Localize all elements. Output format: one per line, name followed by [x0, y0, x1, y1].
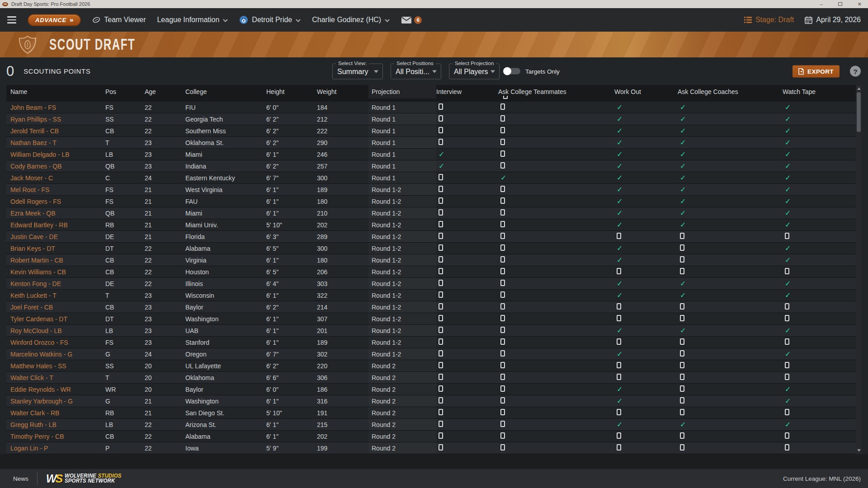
- help-button[interactable]: ?: [850, 66, 861, 77]
- interview-checkbox-unchecked[interactable]: [439, 362, 443, 368]
- column-header-weight[interactable]: Weight: [317, 88, 372, 95]
- tape-checked-icon[interactable]: ✓: [785, 116, 791, 123]
- interview-checkbox-unchecked[interactable]: [439, 385, 443, 392]
- workout-checked-icon[interactable]: ✓: [617, 210, 623, 217]
- coaches-checkbox-unchecked[interactable]: [680, 256, 684, 263]
- interview-checkbox-unchecked[interactable]: [439, 127, 443, 133]
- tape-checkbox-unchecked[interactable]: [785, 444, 789, 450]
- workout-checked-icon[interactable]: ✓: [617, 421, 623, 428]
- window-maximize-button[interactable]: [838, 2, 842, 6]
- teammates-checkbox-unchecked[interactable]: [500, 197, 505, 204]
- coaches-checked-icon[interactable]: ✓: [680, 104, 686, 111]
- workout-checked-icon[interactable]: ✓: [617, 139, 623, 146]
- workout-checked-icon[interactable]: ✓: [617, 257, 623, 264]
- tape-checked-icon[interactable]: ✓: [785, 292, 791, 299]
- tape-checkbox-unchecked[interactable]: [785, 315, 789, 321]
- interview-checkbox-unchecked[interactable]: [439, 233, 443, 239]
- player-name-link[interactable]: Odell Rogers - FS: [10, 198, 105, 205]
- player-name-link[interactable]: Logan Lin - P: [10, 445, 105, 452]
- table-row[interactable]: Joel Foret - CB CB 23 Baylor 6' 2" 214 R…: [6, 301, 862, 313]
- coaches-checked-icon[interactable]: ✓: [680, 116, 686, 123]
- coaches-checkbox-unchecked[interactable]: [680, 244, 684, 251]
- player-name-link[interactable]: Eddie Reynolds - WR: [10, 386, 105, 393]
- workout-checked-icon[interactable]: ✓: [617, 186, 623, 193]
- scroll-up-arrow-icon[interactable]: [857, 87, 861, 90]
- table-row[interactable]: Kevin Williams - CB CB 22 Houston 6' 5" …: [6, 266, 862, 278]
- player-name-link[interactable]: Walter Click - T: [10, 374, 105, 381]
- tape-checked-icon[interactable]: ✓: [785, 421, 791, 428]
- coaches-checked-icon[interactable]: ✓: [680, 221, 686, 229]
- teammates-checked-icon[interactable]: ✓: [500, 174, 506, 182]
- column-header-height[interactable]: Height: [266, 88, 317, 95]
- player-name-link[interactable]: William Delgado - LB: [10, 151, 105, 158]
- interview-checkbox-unchecked[interactable]: [439, 244, 443, 251]
- table-row[interactable]: Roy McCloud - LB LB 23 UAB 6' 1" 201 Rou…: [6, 325, 862, 337]
- projection-select[interactable]: Select Projection All Players: [449, 63, 500, 79]
- interview-checkbox-unchecked[interactable]: [439, 186, 443, 192]
- interview-checkbox-unchecked[interactable]: [439, 139, 443, 145]
- interview-checkbox-unchecked[interactable]: [439, 280, 443, 286]
- workout-checkbox-unchecked[interactable]: [617, 338, 621, 345]
- nav-team-viewer[interactable]: Team Viewer: [92, 16, 146, 24]
- player-name-link[interactable]: Mel Root - FS: [10, 186, 105, 193]
- interview-checkbox-unchecked[interactable]: [439, 409, 443, 415]
- tape-checked-icon[interactable]: ✓: [785, 386, 791, 393]
- teammates-checkbox-unchecked[interactable]: [500, 139, 505, 145]
- teammates-checkbox-unchecked[interactable]: [500, 291, 505, 298]
- table-row[interactable]: Mel Root - FS FS 21 West Virginia 6' 1" …: [6, 184, 862, 196]
- column-header-tape[interactable]: Watch Tape: [783, 88, 862, 95]
- table-row[interactable]: Logan Lin - P P 22 Iowa 5' 9" 199 Round …: [6, 442, 862, 454]
- coaches-checked-icon[interactable]: ✓: [680, 292, 686, 299]
- column-header-age[interactable]: Age: [145, 88, 185, 95]
- teammates-checkbox-unchecked[interactable]: [500, 350, 505, 357]
- player-name-link[interactable]: Kevin Williams - CB: [10, 268, 105, 276]
- tape-checked-icon[interactable]: ✓: [785, 163, 791, 170]
- teammates-checkbox-unchecked[interactable]: [500, 280, 505, 286]
- view-select[interactable]: Select View: Summary: [332, 63, 383, 79]
- table-row[interactable]: Jerold Terrill - CB CB 22 Southern Miss …: [6, 125, 862, 137]
- table-row[interactable]: Nathan Baez - T T 23 Oklahoma St. 6' 2" …: [6, 137, 862, 149]
- workout-checkbox-unchecked[interactable]: [617, 303, 621, 310]
- workout-checked-icon[interactable]: ✓: [617, 351, 623, 358]
- interview-checkbox-unchecked[interactable]: [439, 174, 443, 180]
- coaches-checked-icon[interactable]: ✓: [680, 139, 686, 146]
- interview-checkbox-unchecked[interactable]: [439, 291, 443, 298]
- workout-checked-icon[interactable]: ✓: [617, 221, 623, 229]
- teammates-checkbox-unchecked[interactable]: [500, 327, 505, 333]
- workout-checked-icon[interactable]: ✓: [617, 116, 623, 123]
- tape-checked-icon[interactable]: ✓: [785, 104, 791, 111]
- workout-checked-icon[interactable]: ✓: [617, 386, 623, 393]
- tape-checked-icon[interactable]: ✓: [785, 127, 791, 135]
- column-header-pos[interactable]: Pos: [105, 88, 145, 95]
- column-header-projection[interactable]: Projection: [368, 85, 436, 99]
- nav-league-information[interactable]: League Information: [157, 16, 228, 24]
- interview-checkbox-unchecked[interactable]: [439, 432, 443, 439]
- interview-checkbox-unchecked[interactable]: [439, 315, 443, 321]
- tape-checkbox-unchecked[interactable]: [785, 432, 789, 439]
- workout-checked-icon[interactable]: ✓: [617, 104, 623, 111]
- player-name-link[interactable]: Kenton Fong - DE: [10, 280, 105, 287]
- interview-checkbox-unchecked[interactable]: [439, 338, 443, 345]
- window-close-button[interactable]: ✕: [858, 1, 862, 7]
- menu-hamburger-icon[interactable]: [7, 16, 16, 23]
- teammates-checkbox-unchecked[interactable]: [500, 162, 505, 169]
- coaches-checked-icon[interactable]: ✓: [680, 174, 686, 182]
- table-row[interactable]: John Beam - FS FS 22 FIU 6' 0" 184 Round…: [6, 102, 862, 113]
- player-name-link[interactable]: Gregg Ruth - LB: [10, 421, 105, 428]
- table-row[interactable]: Ezra Meek - QB QB 21 Miami 6' 1" 210 Rou…: [6, 207, 862, 219]
- column-header-workout[interactable]: Work Out: [614, 88, 678, 95]
- interview-checkbox-unchecked[interactable]: [439, 103, 443, 110]
- workout-checkbox-unchecked[interactable]: [617, 362, 621, 368]
- tape-checked-icon[interactable]: ✓: [785, 198, 791, 205]
- player-name-link[interactable]: Winford Orozco - FS: [10, 339, 105, 346]
- teammates-checkbox-unchecked[interactable]: [500, 303, 505, 310]
- coaches-checked-icon[interactable]: ✓: [680, 210, 686, 217]
- table-row[interactable]: Matthew Hales - SS SS 20 UL Lafayette 6'…: [6, 360, 862, 372]
- table-row[interactable]: Odell Rogers - FS FS 21 FAU 6' 1" 180 Ro…: [6, 196, 862, 207]
- workout-checkbox-unchecked[interactable]: [617, 444, 621, 450]
- coaches-checkbox-unchecked[interactable]: [680, 432, 684, 439]
- coaches-checkbox-unchecked[interactable]: [680, 385, 684, 392]
- vertical-scrollbar[interactable]: [856, 85, 862, 454]
- teammates-checkbox-unchecked[interactable]: [500, 421, 505, 427]
- tape-checked-icon[interactable]: ✓: [785, 398, 791, 405]
